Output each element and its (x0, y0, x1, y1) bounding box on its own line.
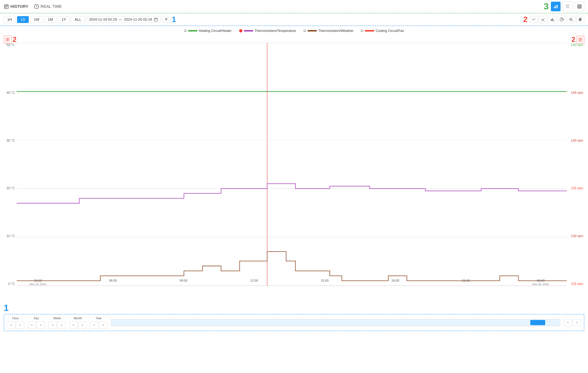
y-label-20: 20 °C (4, 186, 15, 190)
nav-prev-year[interactable]: ‹ (90, 321, 98, 329)
nav-label-hour: Hour (12, 317, 19, 320)
chart-svg (17, 43, 567, 286)
toolbar-row: 1H 1D 1W 1M 1Y ALL 2024-11-19 02:19 — 20… (0, 13, 588, 26)
legend-item-heating: ☑ Heating Circuit/Heater (184, 29, 232, 33)
nav-next-hour[interactable]: › (16, 321, 24, 329)
line-chart-icon-button[interactable] (530, 16, 538, 23)
y-label-40: 40 °C (4, 91, 15, 95)
x-tick-1200: 12:00 (250, 279, 258, 286)
x-tick-0600: 06:00 (109, 279, 117, 286)
badge-1-toolbar: 1 (172, 16, 176, 23)
corner-label-left: 2 (13, 36, 17, 43)
corner-badge-right: 2 (571, 36, 584, 43)
y-label-125rpm: 125 rpm (571, 282, 584, 286)
y-label-130rpm: 130 rpm (571, 234, 584, 238)
navigator-row: Hour ‹ › Day ‹ › Week ‹ › Month (7, 317, 581, 329)
nav-group-hour: Hour ‹ › (7, 317, 24, 329)
date-from: 2024-11-19 02:19 (89, 17, 117, 21)
zoom-icon-button[interactable] (567, 16, 575, 23)
legend-label-weather: Thermometers/Weather (318, 29, 354, 33)
svg-rect-30 (552, 18, 553, 21)
chart-area: 03:00Nov 19, 2024 06:00 09:00 12:00 15:0… (17, 43, 567, 286)
corner-icon-left[interactable] (4, 36, 11, 43)
y-axis-right: 150 rpm 145 rpm 140 rpm 135 rpm 130 rpm … (569, 43, 584, 286)
nav-arrows-hour: ‹ › (7, 321, 24, 329)
y-label-10: 10 °C (4, 234, 15, 238)
time-btn-1w[interactable]: 1W (30, 16, 43, 23)
badge-1-bottom: 1 (4, 302, 9, 313)
svg-point-12 (568, 5, 569, 6)
area-chart-icon-button[interactable] (539, 16, 547, 23)
nav-label-year: Year (96, 317, 102, 320)
date-range-picker[interactable]: 2024-11-19 02:19 — 2024-11-20 02:19 (86, 16, 161, 23)
nav-prev-end[interactable]: ‹ (564, 319, 572, 326)
nav-next-week[interactable]: › (57, 321, 66, 329)
date-to: 2024-11-20 02:19 (124, 17, 152, 21)
nav-prev-month[interactable]: ‹ (69, 321, 78, 329)
legend-label-temp: Thermometers/Temperature (255, 29, 296, 33)
nav-next-day[interactable]: › (37, 321, 45, 329)
nav-arrows-month: ‹ › (69, 321, 86, 329)
chart-wrapper: 2 2 50 °C 40 °C 30 °C 20 °C 10 °C 0 °C 1… (4, 36, 584, 301)
realtime-button[interactable]: REAL TIME (34, 4, 62, 9)
date-separator: — (119, 17, 122, 21)
y-label-0: 0 °C (4, 282, 15, 286)
filter-button[interactable] (162, 16, 170, 23)
temp-line (17, 184, 567, 203)
settings-icon-button[interactable] (576, 16, 584, 23)
nav-arrows-day: ‹ › (28, 321, 45, 329)
legend-check-weather: ☑ (304, 29, 306, 33)
bar-chart-icon-button[interactable] (548, 16, 556, 23)
top-bar-left: HISTORY REAL TIME (4, 4, 62, 9)
svg-line-34 (572, 20, 572, 21)
y-label-150rpm: 150 rpm (571, 43, 584, 47)
svg-rect-8 (555, 6, 556, 8)
nav-prev-hour[interactable]: ‹ (7, 321, 15, 329)
svg-rect-9 (557, 5, 557, 8)
pie-chart-icon-button[interactable] (557, 16, 566, 23)
svg-rect-7 (554, 7, 555, 8)
x-tick-2100: 21:00 (462, 279, 470, 286)
legend-label-heating: Heating Circuit/Heater (199, 29, 232, 33)
corner-label-right: 2 (571, 36, 575, 43)
nav-next-end[interactable]: › (573, 319, 581, 326)
nav-arrows-week: ‹ › (49, 321, 66, 329)
svg-rect-20 (154, 18, 158, 21)
table-icon-button[interactable] (575, 2, 584, 11)
chart-bar-icon-button[interactable] (551, 2, 561, 11)
nav-next-month[interactable]: › (78, 321, 86, 329)
time-btn-all[interactable]: ALL (71, 16, 85, 23)
legend-item-temp: Thermometers/Temperature (239, 29, 296, 33)
badge-3: 3 (544, 2, 549, 11)
time-btn-1d[interactable]: 1D (17, 16, 29, 23)
y-label-145rpm: 145 rpm (571, 91, 584, 95)
time-btn-1m[interactable]: 1M (44, 16, 57, 23)
bottom-panel: Hour ‹ › Day ‹ › Week ‹ › Month (4, 314, 584, 331)
time-btn-1h[interactable]: 1H (4, 16, 16, 23)
x-tick-0000: 00:00Nov 20, 2024 (533, 279, 549, 286)
toolbar-left: 1H 1D 1W 1M 1Y ALL 2024-11-19 02:19 — 20… (4, 16, 176, 23)
nav-prev-day[interactable]: ‹ (28, 321, 36, 329)
scrollbar-area[interactable] (111, 319, 560, 326)
nav-next-year[interactable]: › (99, 321, 107, 329)
legend-color-heating (188, 30, 197, 31)
nav-prev-week[interactable]: ‹ (49, 321, 57, 329)
svg-point-14 (568, 7, 568, 8)
top-bar-right: 3 (544, 2, 584, 11)
scatter-icon-button[interactable] (563, 2, 572, 11)
nav-group-month: Month ‹ › (69, 317, 86, 329)
y-label-30: 30 °C (4, 139, 15, 143)
corner-icon-right[interactable] (577, 36, 584, 43)
scrollbar-thumb[interactable] (530, 320, 545, 325)
corner-badge-left: 2 (4, 36, 17, 43)
nav-group-week: Week ‹ › (49, 317, 66, 329)
svg-rect-15 (578, 5, 581, 8)
nav-group-year: Year ‹ › (90, 317, 107, 329)
svg-point-13 (566, 7, 567, 7)
y-label-50: 50 °C (4, 43, 15, 47)
history-label: HISTORY (10, 4, 28, 9)
legend-label-cooling: Cooling Circuit/Fan (376, 29, 404, 33)
legend-color-temp (244, 30, 253, 31)
history-button[interactable]: HISTORY (4, 4, 28, 9)
time-btn-1y[interactable]: 1Y (58, 16, 70, 23)
